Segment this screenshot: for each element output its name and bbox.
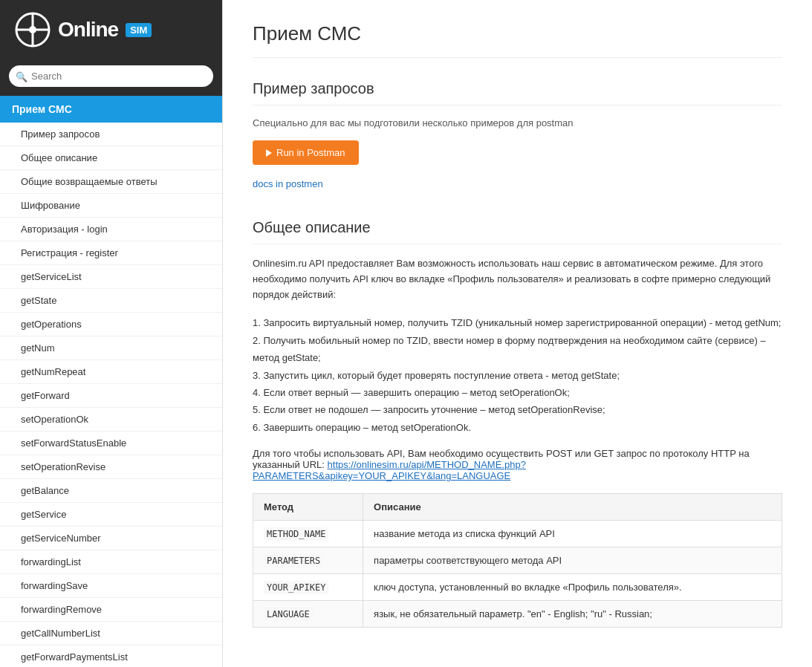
step-item: 1. Запросить виртуальный номер, получить…: [253, 314, 782, 331]
param-method-cell: PARAMETERS: [253, 547, 363, 574]
table-row: LANGUAGEязык, не обязательный параметр. …: [253, 601, 782, 628]
steps-list: 1. Запросить виртуальный номер, получить…: [253, 314, 782, 436]
table-row: METHOD_NAMEназвание метода из списка фун…: [253, 521, 782, 547]
sidebar: Online SIM 🔍 Прием СМС Пример запросовОб…: [0, 0, 223, 667]
run-in-postman-button[interactable]: Run in Postman: [253, 140, 359, 165]
param-name-label: YOUR_APIKEY: [264, 581, 328, 594]
svg-point-3: [29, 26, 36, 33]
params-table: Метод Описание METHOD_NAMEназвание метод…: [253, 493, 782, 628]
docs-link[interactable]: docs in postmen: [253, 178, 782, 189]
step-item: 3. Запустить цикл, который будет проверя…: [253, 367, 782, 384]
nav-item[interactable]: setOperationOk: [0, 408, 222, 432]
step-item: 4. Если ответ верный — завершить операци…: [253, 384, 782, 401]
play-icon: [266, 149, 272, 157]
table-header-method: Метод: [253, 494, 363, 521]
nav-item[interactable]: forwardingRemove: [0, 598, 222, 622]
nav-item[interactable]: Регистрация - register: [0, 241, 222, 265]
step-item: 5. Если ответ не подошел — запросить уто…: [253, 401, 782, 418]
table-row: PARAMETERSпараметры соответствующего мет…: [253, 547, 782, 574]
general-section-title: Общее описание: [253, 219, 782, 244]
table-header-description: Описание: [363, 494, 782, 521]
api-call-text: Для того чтобы использовать API, Вам нео…: [253, 448, 782, 481]
nav-item[interactable]: getServiceNumber: [0, 527, 222, 550]
page-title: Прием СМС: [253, 22, 782, 58]
nav-item[interactable]: getNum: [0, 336, 222, 360]
nav-item[interactable]: getCallNumberList: [0, 622, 222, 645]
param-desc-cell: ключ доступа, установленный во вкладке «…: [363, 574, 782, 601]
search-icon: 🔍: [16, 71, 27, 82]
nav-item[interactable]: getForward: [0, 384, 222, 408]
nav-item[interactable]: getNumRepeat: [0, 360, 222, 384]
param-method-cell: YOUR_APIKEY: [253, 574, 363, 601]
nav-item[interactable]: Шифрование: [0, 194, 222, 218]
logo-text: Online: [58, 18, 118, 42]
nav-item[interactable]: getServiceList: [0, 265, 222, 289]
search-input[interactable]: [9, 65, 213, 87]
nav-items-container: Пример запросовОбщее описаниеОбщие возвр…: [0, 123, 222, 667]
params-tbody: METHOD_NAMEназвание метода из списка фун…: [253, 521, 782, 628]
nav-item[interactable]: getService: [0, 503, 222, 527]
param-name-label: LANGUAGE: [264, 608, 313, 621]
logo-icon: [15, 12, 51, 48]
nav-header-priom-sms[interactable]: Прием СМС: [0, 96, 222, 123]
examples-section-title: Пример запросов: [253, 80, 782, 105]
nav-item[interactable]: setOperationRevise: [0, 455, 222, 479]
examples-section: Пример запросов Специально для вас мы по…: [253, 80, 782, 189]
param-desc-cell: название метода из списка функций API: [363, 521, 782, 547]
param-name-label: METHOD_NAME: [264, 527, 328, 541]
param-desc-cell: параметры соответствующего метода API: [363, 547, 782, 574]
param-name-label: PARAMETERS: [264, 554, 323, 567]
nav-item[interactable]: Пример запросов: [0, 123, 222, 146]
step-item: 2. Получить мобильный номер по TZID, вве…: [253, 332, 782, 367]
examples-description: Специально для вас мы подготовили нескол…: [253, 117, 782, 128]
general-intro: Onlinesim.ru API предоставляет Вам возмо…: [253, 256, 782, 302]
step-item: 6. Завершить операцию – метод setOperati…: [253, 419, 782, 436]
nav-item[interactable]: Авторизация - login: [0, 218, 222, 241]
nav-item[interactable]: forwardingSave: [0, 574, 222, 598]
main-content: Прием СМС Пример запросов Специально для…: [223, 0, 812, 667]
nav-item[interactable]: setForwardStatusEnable: [0, 432, 222, 455]
logo-area: Online SIM: [0, 0, 222, 59]
nav-item[interactable]: Общее описание: [0, 146, 222, 170]
param-method-cell: LANGUAGE: [253, 601, 363, 628]
sim-badge: SIM: [126, 23, 152, 37]
nav-item[interactable]: forwardingList: [0, 550, 222, 574]
search-wrapper: 🔍: [9, 65, 213, 87]
nav-item[interactable]: Общие возвращаемые ответы: [0, 170, 222, 194]
general-section: Общее описание Onlinesim.ru API предоста…: [253, 219, 782, 628]
postman-button-label: Run in Postman: [276, 147, 345, 158]
nav-item[interactable]: getState: [0, 289, 222, 313]
nav-item[interactable]: getOperations: [0, 313, 222, 336]
table-row: YOUR_APIKEYключ доступа, установленный в…: [253, 574, 782, 601]
param-method-cell: METHOD_NAME: [253, 521, 363, 547]
param-desc-cell: язык, не обязательный параметр. "en" - E…: [363, 601, 782, 628]
nav-section: Прием СМС Пример запросовОбщее описаниеО…: [0, 96, 222, 667]
nav-item[interactable]: getForwardPaymentsList: [0, 645, 222, 667]
search-area: 🔍: [0, 59, 222, 96]
nav-item[interactable]: getBalance: [0, 479, 222, 503]
